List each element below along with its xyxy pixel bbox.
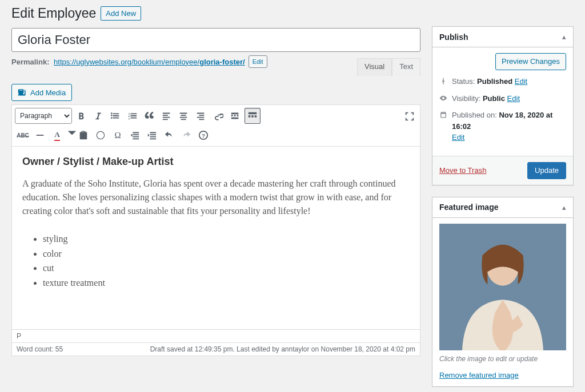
- quote-button[interactable]: [142, 108, 158, 124]
- color-dropdown-icon[interactable]: [66, 127, 74, 143]
- tab-visual[interactable]: Visual: [357, 58, 392, 76]
- page-title: Edit Employee: [11, 6, 96, 21]
- help-button[interactable]: ?: [195, 127, 211, 143]
- toolbar-toggle-button[interactable]: [245, 108, 261, 124]
- fullscreen-button[interactable]: [402, 108, 418, 124]
- edit-status-link[interactable]: Edit: [515, 77, 527, 86]
- list-item: cut: [43, 261, 410, 276]
- special-char-button[interactable]: Ω: [110, 127, 126, 143]
- status-row: Status: Published Edit: [452, 76, 527, 87]
- svg-rect-2: [251, 115, 254, 118]
- svg-rect-1: [249, 115, 251, 118]
- preview-changes-button[interactable]: Preview Changes: [495, 53, 566, 70]
- media-icon: [18, 88, 27, 97]
- svg-rect-4: [37, 135, 44, 136]
- word-count: Word count: 55: [17, 345, 63, 353]
- post-title-input[interactable]: [11, 28, 420, 52]
- featured-image-caption: Click the image to edit or update: [439, 355, 566, 363]
- edit-date-link[interactable]: Edit: [452, 133, 464, 142]
- format-select[interactable]: Paragraph: [15, 108, 72, 124]
- undo-button[interactable]: [161, 127, 177, 143]
- content-list: styling color cut texture treatment: [22, 232, 410, 290]
- outdent-button[interactable]: [127, 127, 143, 143]
- publish-box: Publish ▴ Preview Changes Status: Publis…: [432, 26, 574, 185]
- toggle-publish-icon[interactable]: ▴: [562, 33, 566, 41]
- visibility-row: Visibility: Public Edit: [452, 93, 520, 104]
- calendar-icon: [439, 111, 447, 119]
- last-edit-info: Draft saved at 12:49:35 pm. Last edited …: [150, 345, 415, 353]
- editor-frame: Paragraph ABC A: [11, 104, 420, 356]
- list-item: texture treatment: [43, 276, 410, 290]
- publish-box-title: Publish: [439, 33, 468, 42]
- bullet-list-button[interactable]: [107, 108, 123, 124]
- update-button[interactable]: Update: [527, 162, 566, 179]
- eye-icon: [439, 94, 447, 102]
- add-media-button[interactable]: Add Media: [11, 84, 72, 101]
- edit-slug-button[interactable]: Edit: [249, 55, 267, 68]
- add-new-button[interactable]: Add New: [101, 6, 141, 21]
- redo-button[interactable]: [178, 127, 194, 143]
- align-right-button[interactable]: [193, 108, 209, 124]
- number-list-button[interactable]: [125, 108, 141, 124]
- published-date-row: Published on: Nov 18, 2020 at 16:02Edit: [452, 110, 566, 143]
- clear-format-button[interactable]: [93, 127, 109, 143]
- tab-text[interactable]: Text: [392, 58, 420, 76]
- more-button[interactable]: [227, 108, 243, 124]
- link-button[interactable]: [210, 108, 226, 124]
- pin-icon: [439, 77, 447, 85]
- move-to-trash-link[interactable]: Move to Trash: [439, 166, 486, 175]
- align-left-button[interactable]: [159, 108, 175, 124]
- strikethrough-button[interactable]: ABC: [15, 127, 31, 143]
- italic-button[interactable]: [90, 108, 106, 124]
- svg-rect-0: [249, 112, 257, 115]
- list-item: color: [43, 246, 410, 261]
- align-center-button[interactable]: [176, 108, 192, 124]
- paste-text-button[interactable]: [75, 127, 91, 143]
- bold-button[interactable]: [73, 108, 89, 124]
- content-paragraph: A graduate of the Soho Institute, Gloria…: [22, 177, 410, 218]
- editor-content[interactable]: Owner / Stylist / Make-up Artist A gradu…: [12, 147, 420, 329]
- editor-toolbar: Paragraph ABC A: [12, 105, 420, 147]
- list-item: styling: [43, 232, 410, 246]
- svg-text:?: ?: [202, 132, 205, 139]
- edit-visibility-link[interactable]: Edit: [507, 94, 520, 103]
- remove-featured-image-link[interactable]: Remove featured image: [439, 371, 519, 379]
- featured-image-box: Featured image ▴ Click the image to edit…: [432, 197, 574, 387]
- featured-image-title: Featured image: [439, 203, 498, 212]
- indent-button[interactable]: [144, 127, 160, 143]
- hr-button[interactable]: [32, 127, 48, 143]
- text-color-button[interactable]: A: [49, 127, 65, 143]
- permalink-link[interactable]: https://uglywebsites.org/booklium/employ…: [54, 58, 245, 66]
- content-heading: Owner / Stylist / Make-up Artist: [22, 156, 410, 168]
- element-path[interactable]: P: [12, 329, 420, 342]
- add-media-label: Add Media: [30, 88, 66, 97]
- toggle-featured-icon[interactable]: ▴: [562, 203, 566, 212]
- featured-image-thumbnail[interactable]: [439, 224, 566, 350]
- permalink-label: Permalink:: [11, 58, 49, 66]
- svg-rect-3: [255, 115, 257, 118]
